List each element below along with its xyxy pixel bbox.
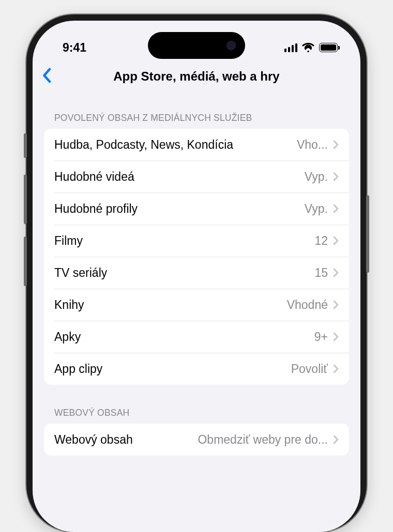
phone-screen: 9:41 App Store, médiá, we (33, 21, 360, 532)
chevron-right-icon (333, 332, 339, 341)
phone-volume-up (24, 175, 27, 224)
phone-frame: 9:41 App Store, médiá, we (26, 14, 367, 532)
back-button[interactable] (42, 68, 51, 85)
row-value: Vho... (297, 138, 328, 152)
chevron-right-icon (333, 364, 339, 373)
wifi-icon (302, 43, 314, 52)
chevron-left-icon (42, 68, 51, 83)
chevron-right-icon (333, 140, 339, 149)
row-apps[interactable]: Apky 9+ (44, 321, 349, 353)
chevron-right-icon (333, 236, 339, 245)
web-settings-group: Webový obsah Obmedziť weby pre do... (44, 424, 349, 456)
row-tv-shows[interactable]: TV seriály 15 (44, 257, 349, 289)
row-value: Obmedziť weby pre do... (198, 433, 328, 447)
media-settings-group: Hudba, Podcasty, News, Kondícia Vho... H… (44, 129, 349, 385)
chevron-right-icon (333, 172, 339, 181)
chevron-right-icon (333, 204, 339, 213)
chevron-right-icon (333, 300, 339, 309)
phone-volume-down (24, 237, 27, 286)
settings-content: POVOLENÝ OBSAH Z MEDIÁLNYCH SLUŽIEB Hudb… (33, 92, 360, 456)
row-label: Hudobné profily (54, 202, 138, 216)
row-label: Knihy (54, 298, 84, 312)
row-value: 9+ (314, 330, 328, 344)
row-value: Vhodné (287, 298, 328, 312)
phone-mute-switch (24, 133, 27, 158)
chevron-right-icon (333, 268, 339, 277)
navigation-bar: App Store, médiá, web a hry (33, 61, 360, 92)
front-camera-icon (226, 41, 236, 50)
dynamic-island (148, 32, 245, 59)
row-value: Vyp. (305, 170, 328, 184)
page-title: App Store, médiá, web a hry (113, 69, 279, 84)
row-value: 15 (314, 266, 328, 280)
page-background: 9:41 App Store, médiá, we (0, 0, 393, 532)
phone-power-button (366, 195, 369, 273)
status-indicators (284, 43, 338, 52)
row-music-podcasts-news-fitness[interactable]: Hudba, Podcasty, News, Kondícia Vho... (44, 129, 349, 161)
row-label: Filmy (54, 234, 83, 248)
row-app-clips[interactable]: App clipy Povoliť (44, 353, 349, 385)
row-label: App clipy (54, 362, 102, 376)
row-label: Hudba, Podcasty, News, Kondícia (54, 138, 233, 152)
row-movies[interactable]: Filmy 12 (44, 225, 349, 257)
row-label: TV seriály (54, 266, 107, 280)
row-web-content[interactable]: Webový obsah Obmedziť weby pre do... (44, 424, 349, 456)
row-books[interactable]: Knihy Vhodné (44, 289, 349, 321)
row-value: Vyp. (305, 202, 328, 216)
section-header-web: WEBOVÝ OBSAH (44, 385, 349, 424)
row-label: Apky (54, 330, 81, 344)
battery-icon (319, 43, 338, 52)
row-music-profiles[interactable]: Hudobné profily Vyp. (44, 193, 349, 225)
row-label: Hudobné videá (54, 170, 134, 184)
row-value: 12 (314, 234, 328, 248)
chevron-right-icon (333, 435, 339, 444)
row-value: Povoliť (291, 362, 328, 376)
row-music-videos[interactable]: Hudobné videá Vyp. (44, 161, 349, 193)
section-header-media: POVOLENÝ OBSAH Z MEDIÁLNYCH SLUŽIEB (44, 92, 349, 129)
status-time: 9:41 (63, 41, 86, 55)
cellular-signal-icon (284, 43, 298, 52)
row-label: Webový obsah (54, 433, 133, 447)
